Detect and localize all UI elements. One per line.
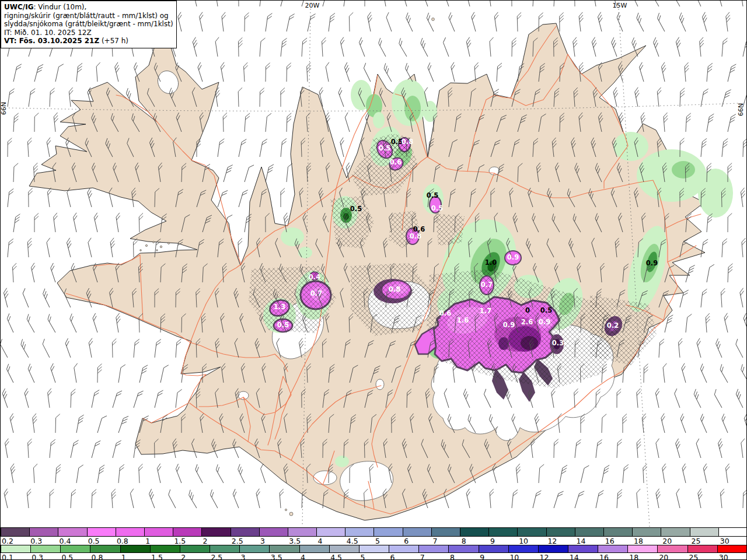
colorbar-tick-label: 5 (375, 537, 380, 545)
wind-barb (655, 388, 663, 408)
wind-barb (148, 489, 158, 508)
colorbar-segment (568, 545, 598, 552)
colorbar-segment (145, 528, 173, 536)
wind-barb (634, 88, 641, 107)
wind-barb (707, 113, 714, 132)
wind-barb (47, 188, 53, 207)
colorbar-segment (688, 545, 718, 552)
wind-barb (554, 439, 558, 459)
wind-barb (699, 363, 711, 383)
wind-barb (281, 188, 285, 207)
wind-barb (245, 13, 249, 32)
wind-barb (215, 37, 222, 57)
wind-barb (722, 89, 731, 108)
wind-barb (76, 414, 84, 433)
wind-barb (554, 1, 559, 6)
precip-value-label: 0.9 (539, 318, 550, 326)
wind-barb (280, 489, 285, 508)
colorbar-tick-label: 0.5 (88, 537, 100, 545)
colorbar-tick-label: 3.5 (271, 553, 282, 560)
legend-line-2: rigning/skúrir (grænt/blátt/rautt - mm/1… (4, 12, 173, 20)
wind-barb (260, 38, 265, 57)
colorbar-segment (604, 528, 633, 536)
colorbar-tick-label: 9 (490, 537, 495, 545)
wind-barb (302, 38, 307, 57)
wind-barb (243, 62, 249, 82)
wind-barb (404, 13, 416, 32)
precip-value-label: 0.6 (439, 309, 451, 317)
colorbar-segment (151, 545, 180, 552)
wind-barb (260, 1, 266, 7)
wind-barb (266, 163, 274, 183)
wind-barb (466, 489, 474, 508)
wind-barb (743, 38, 747, 57)
wind-barb (215, 1, 222, 6)
wind-barb (701, 12, 711, 32)
wind-barb (636, 388, 642, 408)
colorbar-segment (58, 528, 87, 536)
wind-barb (41, 289, 54, 307)
wind-barb (114, 62, 123, 82)
wind-barb (722, 38, 728, 57)
colorbar-segment (575, 528, 604, 536)
wind-barb (97, 364, 102, 383)
wind-barb (636, 489, 642, 508)
wind-barb (693, 1, 704, 6)
wind-barb (638, 62, 648, 82)
precip-value-label: 0 (525, 306, 530, 314)
wind-barb (33, 464, 39, 483)
wind-barb (703, 464, 711, 483)
wind-barb (139, 213, 144, 232)
colorbar-tick-label: 0.8 (92, 553, 103, 560)
glacier-eyjafjallajokull (313, 471, 337, 485)
wind-barb (358, 37, 368, 57)
colorbar-tick-label: 18 (634, 537, 643, 545)
precip-value-label: 1.3 (274, 303, 285, 311)
wind-barb (92, 313, 102, 332)
wind-barb (692, 389, 704, 408)
wind-barb (660, 414, 668, 433)
colorbar-segment (547, 528, 575, 536)
colorbar-segment (449, 545, 479, 552)
wind-barb (177, 12, 186, 32)
wind-barb (725, 464, 732, 483)
wind-barb (87, 238, 95, 257)
colorbar-segment (30, 528, 58, 536)
wind-barb (47, 388, 54, 408)
precip-value-label: 0.4 (309, 273, 320, 281)
precip-value-label: 0.9 (507, 253, 519, 261)
colorbar-tick-label: 1.5 (151, 553, 163, 560)
wind-barb (512, 489, 518, 509)
colorbar-tick-label: 3 (260, 537, 265, 545)
wind-barb (208, 489, 221, 508)
wind-barb (728, 214, 732, 233)
wind-barb (734, 389, 746, 408)
parallel-label-left: 66N (1, 102, 8, 115)
wind-barb (236, 464, 248, 483)
colorbar-tick-label: 10 (509, 553, 519, 560)
colorbar-segment (31, 545, 61, 552)
wind-barb (655, 489, 663, 508)
wind-barb (50, 363, 60, 383)
wind-barb (517, 12, 522, 32)
wind-barb (725, 12, 732, 32)
wind-barb (155, 389, 163, 408)
wind-barb (138, 464, 144, 483)
wind-barb (25, 314, 38, 332)
wind-barb (516, 464, 522, 483)
wind-barb (29, 188, 33, 207)
wind-barb (642, 414, 648, 433)
wind-barb (578, 12, 585, 32)
wind-barb (239, 138, 246, 158)
wind-barb (695, 439, 705, 458)
wind-barb (344, 1, 351, 7)
wind-barb (701, 138, 707, 158)
colorbar-tick-label: 14 (577, 537, 586, 545)
colorbar-tick-label: 8 (462, 537, 466, 545)
colorbar-tick-label: 1 (121, 553, 126, 560)
wind-barb (673, 388, 683, 408)
wind-barb (27, 489, 33, 508)
wind-barb (55, 464, 61, 484)
colorbar-segment (719, 528, 747, 536)
colorbar-rain-labels: 0.10.30.50.811.522.533.544.5567891012141… (1, 553, 747, 560)
